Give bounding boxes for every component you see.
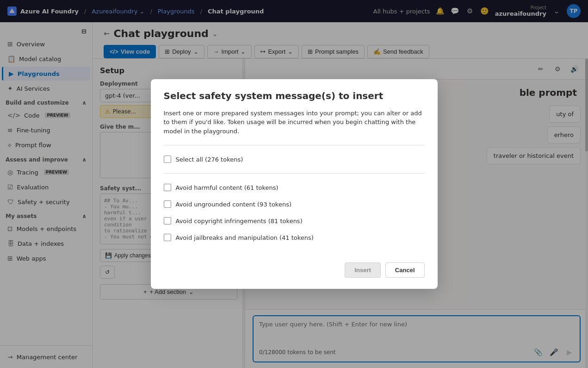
modal: Select safety system message(s) to inser… [151, 79, 438, 289]
modal-overlay[interactable]: Select safety system message(s) to inser… [0, 0, 588, 368]
modal-body: Insert one or more prepared system messa… [151, 109, 438, 256]
ungrounded-label: Avoid ungrounded content (93 tokens) [176, 201, 291, 208]
checkbox-jailbreaks[interactable]: Avoid jailbreaks and manipulation (41 to… [164, 229, 425, 246]
modal-divider [164, 145, 425, 145]
jailbreaks-label: Avoid jailbreaks and manipulation (41 to… [176, 234, 314, 241]
harmful-label: Avoid harmful content (61 tokens) [176, 184, 279, 191]
copyright-checkbox[interactable] [164, 217, 171, 225]
modal-description: Insert one or more prepared system messa… [164, 109, 425, 136]
modal-footer: Insert Cancel [151, 255, 438, 289]
cancel-button[interactable]: Cancel [385, 262, 425, 278]
checkbox-ungrounded[interactable]: Avoid ungrounded content (93 tokens) [164, 196, 425, 212]
modal-divider2 [164, 173, 425, 174]
modal-header: Select safety system message(s) to inser… [151, 79, 438, 109]
modal-title: Select safety system message(s) to inser… [164, 90, 425, 101]
harmful-checkbox[interactable] [164, 184, 171, 191]
checkbox-copyright[interactable]: Avoid copyright infringements (81 tokens… [164, 212, 425, 229]
jailbreaks-checkbox[interactable] [164, 234, 171, 241]
select-all-label[interactable]: Select all (276 tokens) [176, 156, 243, 163]
insert-button[interactable]: Insert [345, 262, 380, 278]
select-all-checkbox[interactable] [164, 156, 171, 163]
copyright-label: Avoid copyright infringements (81 tokens… [176, 218, 303, 225]
checkbox-harmful[interactable]: Avoid harmful content (61 tokens) [164, 179, 425, 196]
checkbox-select-all[interactable]: Select all (276 tokens) [164, 151, 425, 168]
ungrounded-checkbox[interactable] [164, 200, 171, 208]
